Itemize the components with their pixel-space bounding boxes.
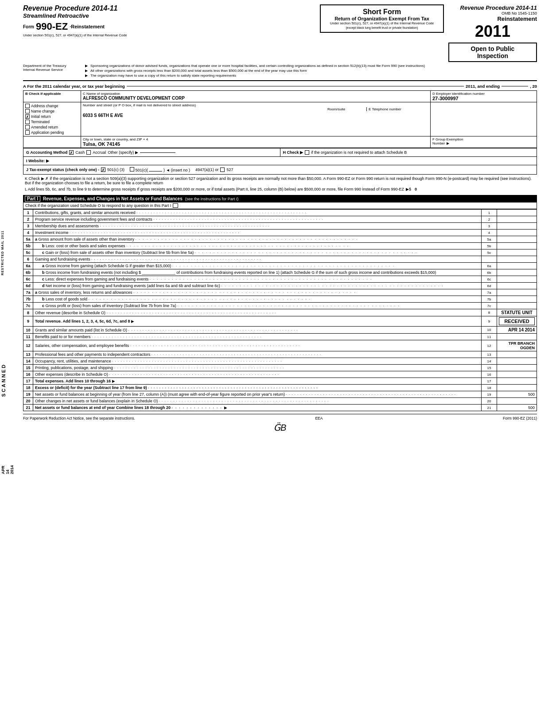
address-change-checkbox[interactable] (25, 104, 30, 108)
line-number: 7b (23, 296, 33, 303)
line-number: 16 (23, 371, 33, 378)
line-amount (497, 236, 537, 243)
open-public-box: Open to Public Inspection (448, 43, 537, 62)
ein: 27-3000997 (432, 96, 535, 101)
section-h-row: H Check ▶ if the organization is not req… (283, 149, 534, 156)
line-number: 10 (23, 327, 33, 334)
line-label: Program service revenue including govern… (33, 216, 482, 223)
address-label: Number and street (or P O box, if mail i… (83, 103, 428, 107)
line-amount (497, 365, 537, 371)
part1-header: Part I Revenue, Expenses, and Changes in… (23, 195, 537, 202)
section-l: L Add lines 5b, 6c, and 7b, to line 9 to… (23, 187, 537, 191)
line-label: d Net income or (loss) from gaming and f… (33, 283, 482, 289)
j-501c-checkbox[interactable] (130, 167, 134, 171)
schedule-o-check-row: Check if the organization used Schedule … (23, 202, 537, 209)
footnote-row: For Paperwork Reduction Act Notice, see … (23, 414, 537, 420)
e-telephone-label: E Telephone number (369, 107, 428, 111)
cash-checkbox[interactable] (69, 150, 74, 155)
line-ref: 8 (482, 309, 497, 316)
application-pending-checkbox[interactable] (25, 130, 30, 135)
line-ref: 18 (482, 385, 497, 391)
table-row: 11Benefits paid to or for members · · · … (23, 334, 537, 340)
section-g-row: G Accounting Method Cash Accrual Other (… (26, 149, 277, 156)
line-amount (497, 263, 537, 269)
table-row: 6aa Gross income from gaming (attach Sch… (23, 263, 537, 269)
address-change-check[interactable]: Address change (25, 103, 79, 109)
line-number: 7c (23, 303, 33, 309)
line-ref: 21 (482, 405, 497, 411)
line-number: 7a (23, 289, 33, 296)
line-number: 5b (23, 243, 33, 249)
under-section-center: Under section 501(c), 527, or 4947(a)(1)… (323, 21, 440, 25)
line-amount (497, 243, 537, 249)
line-label: Other changes in net assets or fund bala… (33, 398, 482, 405)
table-row: 8Other revenue (describe in Schedule O) … (23, 309, 537, 316)
h-checkbox[interactable] (305, 150, 309, 155)
line-ref: 6a (482, 263, 497, 269)
name-change-check[interactable]: Name change (25, 109, 79, 114)
line-label: Membership dues and assessments · · · · … (33, 223, 482, 230)
line-label: Excess or (deficit) for the year (Subtra… (33, 385, 482, 391)
line-label: Grants and similar amounts paid (list in… (33, 327, 482, 334)
section-i-row: I Website: ▶ (26, 158, 534, 164)
table-row: 7aa Gross sales of inventory, less retur… (23, 289, 537, 296)
line-ref: 9 (482, 316, 497, 327)
line-number: 6b (23, 269, 33, 276)
table-row: 13Professional fees and other payments t… (23, 351, 537, 358)
initial-return-check[interactable]: Initial return (25, 114, 79, 119)
accrual-checkbox[interactable] (86, 150, 91, 155)
j-501c3-checkbox[interactable] (101, 167, 105, 172)
terminated-checkbox[interactable] (25, 120, 30, 124)
line-label: c Gain or (loss) from sale of assets oth… (33, 249, 482, 256)
line-label: Net assets or fund balances at end of ye… (33, 405, 482, 411)
line-amount (497, 216, 537, 223)
header-right: Revenue Procedure 2014-11 OMB No 1545-11… (448, 4, 537, 62)
side-stamp-apr: APR 14 2014 (1, 465, 14, 474)
name-change-checkbox[interactable] (25, 109, 30, 113)
table-row: 2Program service revenue including gover… (23, 216, 537, 223)
line-number: 11 (23, 334, 33, 340)
line-amount (497, 269, 537, 276)
line-amount (497, 210, 537, 216)
line-label: Total expenses. Add lines 10 through 16 … (33, 378, 482, 385)
room-suite-label: Room/suite (327, 107, 363, 111)
terminated-check[interactable]: Terminated (25, 119, 79, 125)
amended-return-checkbox[interactable] (25, 125, 30, 129)
line-number: 5c (23, 249, 33, 256)
year-display: 2011 (448, 22, 537, 41)
line-amount (497, 358, 537, 365)
line-ref: 16 (482, 371, 497, 378)
rp-subtitle-left: Streamlined Retroactive (23, 12, 315, 19)
except-note: (except black lung benefit trust or priv… (323, 26, 440, 29)
line-ref: 7b (482, 296, 497, 303)
line-amount (497, 283, 537, 289)
table-row: 16Other expenses (describe in Schedule O… (23, 371, 537, 378)
initial-return-checkbox[interactable] (25, 114, 30, 119)
footnote-right: Form 990-EZ (2011) (503, 416, 537, 420)
line-amount: APR 14 2014 (497, 327, 537, 334)
table-row: 19Net assets or fund balances at beginni… (23, 391, 537, 398)
side-stamp-restricted: RESTRICTED MAIL 2011 (1, 230, 4, 275)
line-amount (497, 378, 537, 385)
line-ref: 6b (482, 269, 497, 276)
line-label: a Gross sales of inventory, less returns… (33, 289, 482, 296)
header-center: Short Form Return of Organization Exempt… (320, 4, 444, 33)
line-amount (497, 276, 537, 283)
line-amount: TPR BRANCHOGDEN (497, 340, 537, 351)
line-number: 13 (23, 351, 33, 358)
amended-return-check[interactable]: Amended return (25, 125, 79, 130)
d-label: D Employer identification number (432, 92, 535, 96)
table-row: 9Total revenue. Add lines 1, 2, 3, 4, 5c… (23, 316, 537, 327)
j-527-checkbox[interactable] (220, 167, 225, 172)
side-stamp-scanned: SCANNED (1, 363, 6, 397)
table-row: 4Investment income · · · · · · · · · · ·… (23, 230, 537, 236)
application-pending-check[interactable]: Application pending (25, 130, 79, 135)
line-number: 2 (23, 216, 33, 223)
line-number: 4 (23, 230, 33, 236)
line-amount (497, 223, 537, 230)
return-of-org: Return of Organization Exempt From Tax (323, 16, 440, 21)
section-a: A For the 2011 calendar year, or tax yea… (23, 84, 537, 89)
line-ref: 7a (482, 289, 497, 296)
line-ref: 12 (482, 340, 497, 351)
reinstatement-right: Reinstatement (448, 16, 537, 22)
